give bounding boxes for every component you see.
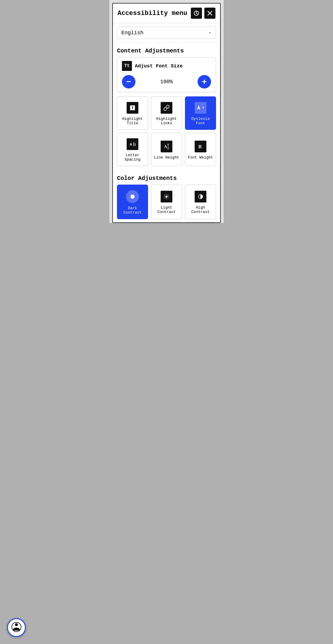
font-size-controls: − 100% + xyxy=(122,75,211,88)
reset-icon xyxy=(193,10,199,16)
modal-header: Accessibility menu xyxy=(113,4,220,23)
high-contrast-card[interactable]: High Contrast xyxy=(185,185,216,219)
line-height-card[interactable]: A Line Height xyxy=(151,133,182,166)
svg-text:B: B xyxy=(198,144,202,149)
svg-text:A: A xyxy=(130,142,132,146)
svg-text:A: A xyxy=(197,105,200,111)
highlight-links-card[interactable]: Highlight Links xyxy=(151,96,182,130)
light-contrast-icon xyxy=(161,191,172,202)
svg-text:A: A xyxy=(164,144,167,149)
close-button[interactable] xyxy=(204,8,215,19)
content-cards-grid: T Highlight Title xyxy=(113,96,220,170)
language-selector-wrap: English Spanish French German Arabic xyxy=(113,23,220,43)
modal-body: English Spanish French German Arabic Con… xyxy=(113,23,220,222)
dark-contrast-label: Dark Contrast xyxy=(120,206,145,215)
close-icon xyxy=(207,10,213,16)
option4-card[interactable] xyxy=(117,222,148,222)
dark-contrast-icon xyxy=(126,190,139,203)
line-height-icon: A xyxy=(161,141,172,152)
highlight-links-label: Highlight Links xyxy=(154,117,179,125)
highlight-links-icon xyxy=(161,102,172,114)
highlight-title-card[interactable]: T Highlight Title xyxy=(117,96,148,130)
light-contrast-label: Light Contrast xyxy=(154,205,179,214)
font-weight-card[interactable]: B Font Weight xyxy=(185,133,216,166)
highlight-title-label: Highlight Title xyxy=(120,117,145,125)
letter-spacing-icon: A I xyxy=(127,138,138,150)
dyslexia-font-icon: A xyxy=(195,102,206,114)
modal-title: Accessibility menu xyxy=(118,10,187,17)
language-select[interactable]: English Spanish French German Arabic xyxy=(117,27,216,39)
dyslexia-font-card[interactable]: A Dyslexia Font xyxy=(185,96,216,130)
font-weight-icon: B xyxy=(195,141,206,152)
content-adjustments-title: Content Adjustments xyxy=(113,43,220,57)
dyslexia-font-label: Dyslexia Font xyxy=(188,117,213,125)
svg-text:I: I xyxy=(134,143,136,146)
line-height-label: Line Height xyxy=(154,155,179,160)
high-contrast-label: High Contrast xyxy=(188,205,213,214)
option6-card[interactable] xyxy=(185,222,216,222)
letter-spacing-card[interactable]: A I Letter Spacing xyxy=(117,133,148,166)
svg-point-50 xyxy=(15,623,18,626)
font-weight-label: Font Weight xyxy=(188,155,213,160)
svg-text:T: T xyxy=(131,106,134,110)
header-icons xyxy=(191,8,215,19)
letter-spacing-label: Letter Spacing xyxy=(120,153,145,162)
font-size-label: Tt Adjust Font Size xyxy=(122,61,211,71)
content-adjustments-section: Content Adjustments Tt Adjust Font Size … xyxy=(113,43,220,170)
increase-font-button[interactable]: + xyxy=(198,75,211,88)
light-contrast-card[interactable]: Light Contrast xyxy=(151,185,182,219)
font-size-card: Tt Adjust Font Size − 100% + xyxy=(117,57,216,92)
color-adjustments-title: Color Adjustments xyxy=(113,170,220,185)
font-size-value: 100% xyxy=(160,79,173,85)
color-adjustments-section: Color Adjustments Dark Contrast xyxy=(113,170,220,222)
reset-button[interactable] xyxy=(191,8,202,19)
color-cards-grid: Dark Contrast xyxy=(113,185,220,222)
person-icon xyxy=(11,622,22,634)
svg-point-20 xyxy=(165,195,167,197)
highlight-title-icon: T xyxy=(127,102,138,114)
font-size-icon: Tt xyxy=(122,61,132,71)
decrease-font-button[interactable]: − xyxy=(122,75,135,88)
dot-indicator xyxy=(130,195,135,199)
dark-contrast-card[interactable]: Dark Contrast xyxy=(117,185,148,219)
high-contrast-icon xyxy=(195,191,206,202)
accessibility-fab[interactable] xyxy=(7,618,26,637)
option5-card[interactable] xyxy=(151,222,182,222)
